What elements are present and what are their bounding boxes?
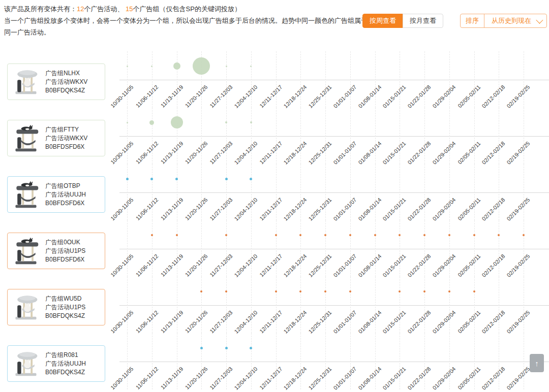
x-axis-label: 11/06-11/12 — [134, 309, 159, 334]
data-bubble[interactable] — [126, 178, 129, 180]
bubble-chart-row: 10/30-11/0511/06-11/1211/13-11/1911/20-1… — [119, 277, 549, 333]
data-bubble[interactable] — [250, 178, 252, 180]
data-bubble[interactable] — [423, 290, 425, 292]
data-bubble[interactable] — [150, 178, 153, 180]
data-bubble[interactable] — [225, 347, 228, 349]
x-axis-line — [119, 249, 549, 249]
x-axis-label: 12/11-12/17 — [258, 366, 283, 390]
data-bubble[interactable] — [127, 66, 128, 67]
gridline — [276, 164, 277, 220]
product-card[interactable]: 广告组0OUK广告活动U1PSB0BFDSFD6X — [7, 233, 105, 269]
data-bubble[interactable] — [225, 234, 227, 236]
x-axis-label: 12/18-12/24 — [283, 197, 308, 222]
data-bubble[interactable] — [349, 234, 351, 236]
x-axis-label: 01/08-01/14 — [357, 84, 382, 109]
data-bubble[interactable] — [275, 234, 277, 236]
gridline — [474, 51, 475, 108]
x-axis-label: 02/05-02/11 — [456, 84, 481, 109]
data-bubble[interactable] — [176, 234, 178, 236]
data-bubble[interactable] — [171, 116, 183, 128]
gridline — [251, 164, 252, 220]
description-segment: 个广告组（仅包含SP的关键词投放） — [133, 5, 241, 13]
x-axis-label: 11/13-11/19 — [159, 253, 184, 278]
data-bubble[interactable] — [193, 57, 210, 75]
data-bubble[interactable] — [225, 178, 228, 180]
bubble-chart-row: 10/30-11/0511/06-11/1211/13-11/1911/20-1… — [119, 220, 549, 277]
data-bubble[interactable] — [399, 234, 401, 236]
data-bubble[interactable] — [324, 290, 326, 292]
product-card[interactable]: 广告组R081广告活动UUJHB0BFDQKS4Z — [7, 345, 105, 382]
x-axis-line — [119, 362, 549, 362]
data-bubble[interactable] — [250, 121, 252, 123]
data-bubble[interactable] — [523, 234, 525, 236]
gridline — [375, 333, 376, 389]
view-by-week-button[interactable]: 按周查看 — [362, 14, 403, 28]
campaign-name: 广告活动WKXV — [45, 78, 87, 86]
sort-control[interactable]: 排序 从历史到现在 — [460, 14, 547, 28]
data-bubble[interactable] — [151, 66, 152, 67]
gridline — [300, 51, 301, 108]
x-axis-label: 11/27-12/03 — [208, 197, 233, 221]
data-bubble[interactable] — [149, 120, 154, 125]
data-bubble[interactable] — [448, 234, 450, 236]
description-line1: 该产品及所有变体共有：12个广告活动、 15个广告组（仅包含SP的关键词投放） — [4, 3, 368, 15]
x-axis-label: 11/06-11/12 — [134, 197, 159, 221]
x-axis-label: 01/15-01/21 — [382, 253, 407, 278]
ad-group-name: 广告组OTBP — [45, 182, 86, 190]
data-bubble[interactable] — [225, 121, 227, 123]
data-bubble[interactable] — [299, 234, 301, 236]
data-bubble[interactable] — [250, 66, 252, 67]
back-to-top-button[interactable]: ↑ — [530, 354, 544, 372]
data-bubble[interactable] — [226, 66, 227, 67]
data-bubble[interactable] — [473, 290, 475, 292]
product-card[interactable]: 广告组OTBP广告活动UUJHB0BFDSFD6X — [7, 176, 105, 213]
gridline — [424, 51, 425, 108]
asin-code: B0BFDSFD6X — [45, 143, 87, 151]
data-bubble[interactable] — [498, 234, 500, 236]
x-axis-label: 02/12-02/18 — [481, 309, 506, 335]
data-bubble[interactable] — [200, 347, 203, 349]
data-bubble[interactable] — [448, 290, 450, 292]
data-bubble[interactable] — [349, 290, 351, 292]
data-bubble[interactable] — [275, 290, 277, 292]
data-bubble[interactable] — [127, 122, 128, 123]
gridline — [152, 277, 152, 333]
data-bubble[interactable] — [324, 234, 326, 236]
data-bubble[interactable] — [374, 234, 376, 236]
x-axis-label: 12/11-12/17 — [258, 309, 283, 334]
data-bubble[interactable] — [423, 234, 425, 236]
gridline — [350, 108, 351, 164]
x-axis-label: 12/18-12/24 — [283, 140, 308, 166]
data-bubble[interactable] — [175, 178, 178, 180]
x-axis-label: 02/19-02/25 — [505, 197, 531, 222]
gridline — [350, 333, 351, 389]
x-axis-label: 11/06-11/12 — [134, 140, 159, 165]
x-axis-label: 02/19-02/25 — [505, 366, 531, 391]
product-card[interactable]: 广告组FTTY广告活动WKXVB0BFDSFD6X — [7, 120, 105, 156]
view-by-month-button[interactable]: 按月查看 — [403, 14, 443, 28]
data-bubble[interactable] — [473, 234, 475, 236]
x-axis-label: 12/18-12/24 — [283, 253, 308, 278]
data-bubble[interactable] — [173, 62, 180, 70]
data-bubble[interactable] — [151, 234, 153, 236]
gridline — [474, 277, 475, 333]
bubble-chart-row: 10/30-11/0511/06-11/1211/13-11/1911/20-1… — [119, 164, 549, 220]
x-axis-label: 01/01-01/07 — [332, 140, 357, 166]
data-bubble[interactable] — [299, 290, 301, 292]
gridline — [524, 277, 524, 333]
data-bubble[interactable] — [250, 347, 252, 349]
data-bubble[interactable] — [200, 290, 202, 292]
gridline — [201, 220, 202, 277]
card-slot: 广告组0OUK广告活动U1PSB0BFDSFD6X — [0, 220, 119, 277]
gridline — [300, 333, 301, 389]
campaign-name: 广告活动WKXV — [45, 134, 87, 143]
gridline — [375, 108, 376, 164]
gridline — [449, 333, 450, 389]
gridline — [424, 333, 425, 389]
product-card[interactable]: 广告组NLHX广告活动WKXVB0BFDQKS4Z — [7, 63, 105, 100]
sort-dropdown[interactable]: 从历史到现在 — [484, 14, 546, 27]
data-bubble[interactable] — [225, 290, 227, 292]
data-bubble[interactable] — [399, 290, 401, 292]
x-axis-label: 12/25-12/31 — [307, 197, 332, 222]
product-card[interactable]: 广告组WU5D广告活动U1PSB0BFDQKS4Z — [7, 289, 105, 325]
